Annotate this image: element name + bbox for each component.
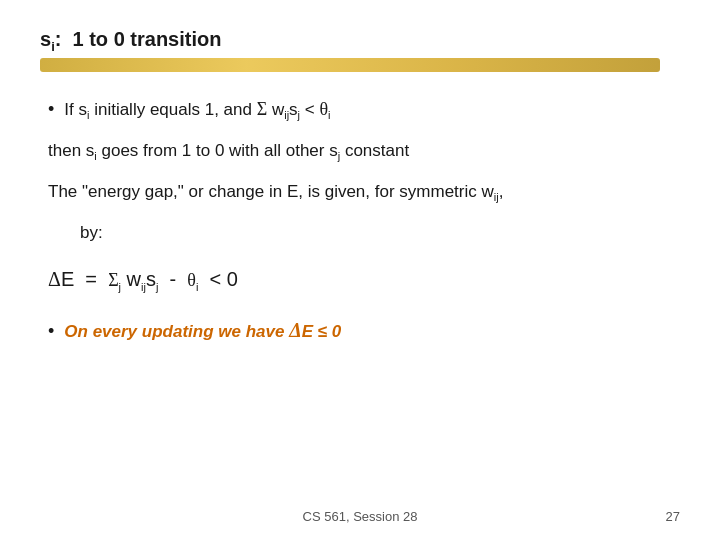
title-text: si: 1 to 0 transition: [40, 28, 221, 54]
bullet-item-1: • If si initially equals 1, and Σ wijsj …: [48, 96, 680, 124]
content-area: • If si initially equals 1, and Σ wijsj …: [40, 96, 680, 345]
footer-page: 27: [666, 509, 680, 524]
footer: CS 561, Session 28 27: [0, 509, 720, 524]
footer-label: CS 561, Session 28: [0, 509, 720, 524]
bullet-dot-1: •: [48, 96, 54, 123]
highlight-bar: [40, 58, 660, 72]
paragraph-then: then si goes from 1 to 0 with all other …: [48, 138, 680, 165]
formula-sigma: Σ: [108, 270, 118, 290]
slide-title: si: 1 to 0 transition: [40, 28, 680, 54]
bullet-dot-2: •: [48, 318, 54, 345]
slide-container: si: 1 to 0 transition • If si initially …: [0, 0, 720, 540]
formula-block: ΔE = Σj wijsj - θi < 0: [48, 263, 680, 297]
formula-delta: Δ: [48, 268, 61, 290]
title-subscript: i: [51, 39, 55, 54]
bullet-item-2: • On every updating we have ΔE ≤ 0: [48, 315, 680, 345]
bullet-2-text: On every updating we have ΔE ≤ 0: [64, 315, 341, 345]
bullet-1-text: If si initially equals 1, and Σ wijsj < …: [64, 96, 330, 124]
paragraph-energy-gap: The "energy gap," or change in E, is giv…: [48, 179, 680, 206]
paragraph-by: by:: [48, 220, 680, 246]
